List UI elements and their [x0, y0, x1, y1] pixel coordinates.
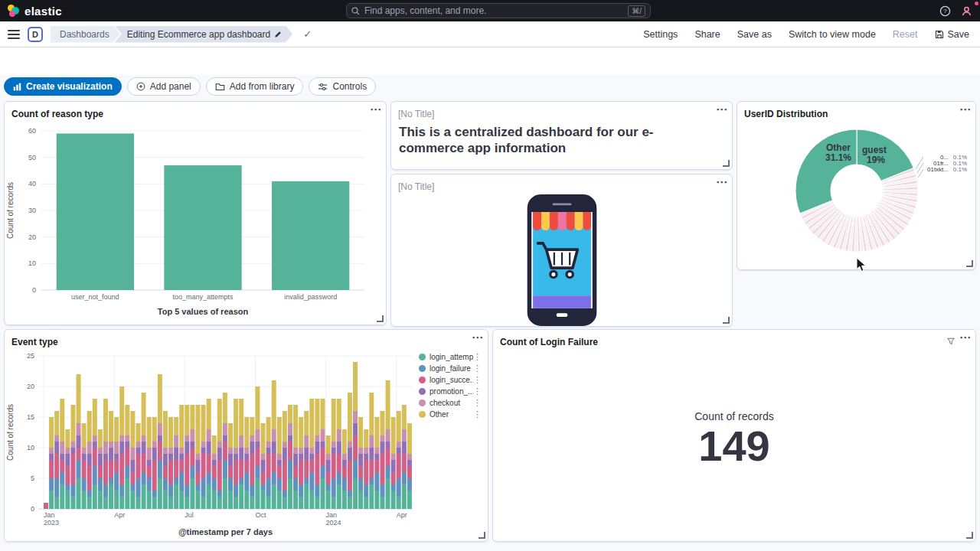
svg-text:2024: 2024 — [326, 519, 341, 527]
space-avatar[interactable]: D — [28, 27, 43, 42]
global-search-input[interactable]: Find apps, content, and more. ⌘/ — [346, 3, 651, 18]
svg-text:0: 0 — [32, 286, 36, 294]
svg-text:@timestamp per 7 days: @timestamp per 7 days — [178, 527, 273, 536]
legend-item-checkout[interactable]: checkout⋮ — [419, 397, 482, 408]
svg-text:guest: guest — [862, 145, 887, 155]
panel-resize-handle[interactable] — [479, 532, 485, 539]
legend-item-login_attempt[interactable]: login_attempt⋮ — [419, 351, 482, 362]
panel-title: Count of Login Failure — [500, 337, 598, 347]
query-toolbar — [0, 47, 980, 75]
help-icon[interactable]: ? — [939, 5, 951, 17]
legend-options-icon[interactable]: ⋮ — [473, 353, 482, 361]
panel-options-icon[interactable]: ⋯ — [716, 103, 727, 115]
create-visualization-button[interactable]: Create visualization — [4, 77, 122, 96]
svg-text:50: 50 — [28, 154, 36, 161]
panel-options-icon[interactable]: ⋯ — [959, 103, 971, 115]
panel-resize-handle[interactable] — [377, 315, 384, 322]
panel-resize-handle[interactable] — [723, 317, 730, 324]
svg-text:?: ? — [943, 8, 947, 15]
create-visualization-label: Create visualization — [26, 81, 113, 92]
plus-circle-icon — [136, 82, 145, 91]
donut-chart-canvas: Other31.1%guest19%0...0.1%01fr...0.1%01t… — [737, 120, 975, 270]
svg-text:60: 60 — [28, 127, 36, 135]
svg-text:31.1%: 31.1% — [825, 152, 851, 163]
user-avatar-icon[interactable] — [961, 5, 972, 17]
add-from-library-button[interactable]: Add from library — [206, 77, 304, 96]
panel-options-icon[interactable]: ⋯ — [472, 331, 483, 343]
svg-text:Apr: Apr — [114, 511, 125, 519]
svg-text:Jul: Jul — [185, 511, 194, 519]
switch-to-view-mode-button[interactable]: Switch to view mode — [789, 29, 876, 40]
breadcrumb: Dashboards Editing Ecommerce app dashboa… — [51, 26, 292, 43]
panel-options-icon[interactable]: ⋯ — [370, 103, 381, 115]
svg-text:10: 10 — [27, 444, 34, 452]
panel-title: Event type — [11, 337, 58, 347]
legend-color-dot — [419, 411, 426, 418]
add-panel-label: Add panel — [150, 81, 191, 92]
legend-options-icon[interactable]: ⋮ — [473, 364, 482, 373]
panel-count-of-login-failure: Count of Login Failure ⋯ Count of record… — [492, 329, 976, 542]
panel-resize-handle[interactable] — [966, 260, 973, 267]
svg-text:0: 0 — [31, 505, 34, 513]
markdown-text: This is a centralized dashboard for our … — [391, 120, 716, 156]
save-as-button[interactable]: Save as — [737, 29, 772, 40]
breadcrumb-current-dashboard[interactable]: Editing Ecommerce app dashboard — [115, 26, 292, 43]
menu-hamburger-icon[interactable] — [8, 30, 20, 39]
elastic-home-link[interactable]: elastic — [0, 5, 62, 18]
save-button[interactable]: Save — [935, 29, 970, 40]
controls-button[interactable]: Controls — [309, 77, 376, 96]
breadcrumb-dashboards[interactable]: Dashboards — [51, 26, 120, 43]
stacked-bar-chart-canvas: 0510152025Jan2023AprJulOctJan2024Apr@tim… — [5, 348, 488, 541]
check-icon: ✓ — [303, 28, 312, 40]
panel-resize-handle[interactable] — [723, 160, 730, 167]
svg-text:invalid_password: invalid_password — [284, 293, 337, 301]
global-search-placeholder: Find apps, content, and more. — [364, 5, 486, 16]
svg-text:Oct: Oct — [255, 511, 266, 519]
metric-value: 149 — [698, 422, 769, 470]
legend-item-login_failure[interactable]: login_failure⋮ — [419, 363, 482, 373]
legend-color-dot — [419, 399, 426, 406]
keyboard-shortcut-badge: ⌘/ — [628, 5, 645, 17]
save-button-label: Save — [948, 29, 970, 40]
panel-image: [No Title] ⋯ — [390, 174, 733, 327]
legend-item-login_succe[interactable]: login_succe...⋮ — [419, 374, 482, 385]
sliders-icon — [318, 82, 328, 92]
legend-options-icon[interactable]: ⋮ — [473, 399, 482, 407]
svg-text:20: 20 — [28, 233, 36, 241]
panel-options-icon[interactable]: ⋯ — [716, 176, 727, 187]
legend-color-dot — [419, 365, 426, 372]
add-panel-button[interactable]: Add panel — [127, 77, 201, 96]
legend-label: checkout — [430, 399, 473, 407]
legend-label: login_succe... — [430, 376, 473, 384]
svg-text:Other: Other — [826, 142, 851, 153]
svg-text:2023: 2023 — [44, 519, 59, 527]
svg-text:01txkt...: 01txkt... — [927, 166, 949, 173]
panel-options-icon[interactable]: ⋯ — [959, 331, 971, 343]
panel-title: [No Title] — [398, 181, 434, 192]
panel-resize-handle[interactable] — [966, 532, 973, 539]
panel-title: UserID Distribution — [744, 109, 828, 119]
breadcrumb-current-label: Editing Ecommerce app dashboard — [127, 29, 270, 40]
legend-color-dot — [419, 377, 426, 383]
legend-color-dot — [419, 388, 426, 395]
legend-item-Other[interactable]: Other⋮ — [419, 409, 482, 419]
visualization-icon — [13, 83, 21, 91]
svg-text:15: 15 — [27, 413, 34, 421]
settings-button[interactable]: Settings — [643, 29, 678, 40]
legend-options-icon[interactable]: ⋮ — [473, 376, 482, 384]
panel-userid-distribution: UserID Distribution ⋯ Other31.1%guest19%… — [737, 101, 976, 270]
legend-options-icon[interactable]: ⋮ — [473, 387, 482, 396]
chart-legend: login_attempt⋮login_failure⋮login_succe.… — [419, 351, 482, 419]
panel-markdown: [No Title] ⋯ This is a centralized dashb… — [390, 101, 733, 170]
ecommerce-phone-image — [391, 193, 732, 328]
elastic-logo-text: elastic — [24, 5, 62, 18]
share-button[interactable]: Share — [694, 29, 720, 40]
header-right-icons: ? — [939, 0, 972, 21]
panel-event-type: Event type ⋯ 0510152025Jan2023AprJulOctJ… — [4, 329, 488, 542]
svg-text:Count of records: Count of records — [6, 404, 15, 461]
legend-options-icon[interactable]: ⋮ — [473, 410, 482, 419]
panel-filter-icon[interactable] — [947, 334, 955, 348]
legend-label: promotion_... — [430, 387, 473, 396]
reset-button[interactable]: Reset — [893, 29, 918, 40]
legend-item-promotion_[interactable]: promotion_...⋮ — [419, 386, 482, 396]
